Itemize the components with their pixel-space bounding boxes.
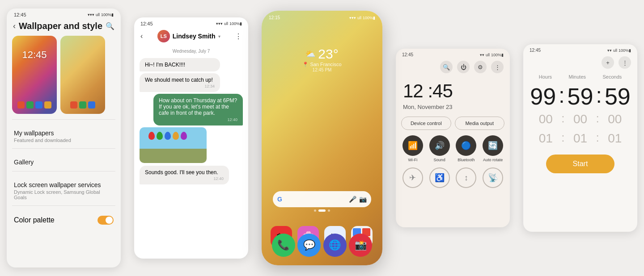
bubble-5: Sounds good. I'll see you then. 12:40	[134, 166, 248, 184]
wallpaper-thumb-left[interactable]: 12:45	[12, 36, 57, 114]
timer-col-minutes: Minutes	[569, 74, 586, 79]
weather-icon: ⛅	[305, 49, 315, 59]
status-icons-1: ▾▾▾ ull 100%▮	[88, 13, 114, 17]
apps-row-left	[17, 101, 51, 109]
timer-after-colon-2: :	[596, 131, 599, 145]
wifi-toggle[interactable]: 📶 Wi-Fi	[401, 135, 424, 162]
search-icon[interactable]: 🔍	[106, 22, 114, 30]
mic-icon[interactable]: 🎤	[349, 196, 356, 203]
app-dot-4	[44, 101, 51, 109]
qs-status-icons: ▾▾ ull 100%▮	[480, 52, 504, 57]
home-city: 📍 San Francisco	[302, 62, 341, 67]
messages-icon[interactable]: 💬	[297, 234, 321, 257]
auto-rotate-circle: 🔄	[483, 135, 503, 156]
bubble-received-1: Hi~! I'm BACK!!!!	[140, 58, 220, 71]
msg-back-icon[interactable]: ‹	[140, 32, 143, 40]
home-battery-icon: 100%▮	[363, 16, 375, 20]
back-icon[interactable]: ‹	[13, 21, 16, 31]
home-weather: ⛅ 23° 📍 San Francisco 12:45 PM	[302, 46, 341, 72]
timer-status-bar: 12:45 ▾▾ ull 100%▮	[523, 44, 637, 54]
timer-main-display: 99 : 59 : 59	[523, 81, 637, 112]
media-output-btn[interactable]: Media output	[455, 117, 505, 130]
qs-time: 12:45	[402, 52, 413, 57]
timer-signal-icon: ull	[613, 48, 617, 53]
bluetooth-toggle-circle: 🔵	[456, 135, 476, 156]
timer-next-minutes: 00	[565, 112, 596, 126]
bluetooth-toggle[interactable]: 🔵 Bluetooth	[455, 135, 478, 162]
wallpaper-top-bar: ‹ Wallpaper and style 🔍	[7, 19, 121, 36]
city-name: San Francisco	[310, 62, 341, 67]
msg-image-4	[140, 127, 207, 163]
start-button[interactable]: Start	[546, 155, 615, 173]
sync-toggle[interactable]: ↕	[455, 167, 478, 188]
gallery-item[interactable]: Gallery	[7, 153, 121, 171]
timer-status-icons: ▾▾ ull 100%▮	[607, 48, 631, 53]
home-search-bar[interactable]: G 🎤 📷	[273, 191, 371, 207]
more-qs-icon[interactable]: ⋮	[491, 61, 504, 73]
timer-top-icons: + ⋮	[523, 54, 637, 72]
contact-avatar: LS	[157, 30, 170, 42]
bubble-sent-3: How about on Thursday at 6PM? If you are…	[153, 94, 243, 125]
lock-screen-label: Lock screen wallpaper services	[14, 181, 114, 188]
timer-add-icon[interactable]: +	[602, 56, 614, 69]
qs-battery-icon: 100%▮	[491, 53, 504, 57]
balloon-purple	[181, 132, 187, 140]
bluetooth-label: Bluetooth	[458, 158, 475, 162]
qs-status-bar: 12:45 ▾▾ ull 100%▮	[396, 49, 510, 59]
sound-toggle[interactable]: 🔊 Sound	[428, 135, 451, 162]
divider-2	[12, 148, 115, 149]
accessibility-circle: ♿	[429, 167, 450, 188]
status-bar-1: 12:45 ▾▾▾ ull 100%▮	[7, 8, 121, 19]
device-control-btn[interactable]: Device control	[401, 117, 451, 130]
divider-4	[12, 205, 115, 206]
lock-screen-sub: Dynamic Lock screen, Samsung Global Goal…	[14, 189, 114, 200]
notifications-toggle[interactable]: 📡	[481, 167, 504, 188]
auto-rotate-toggle[interactable]: 🔄 Auto rotate	[481, 135, 504, 162]
accessibility-toggle[interactable]: ♿	[428, 167, 451, 188]
phone-icon[interactable]: 📞	[272, 234, 295, 257]
timer-colon-2: :	[596, 85, 602, 106]
timer-after-hours: 01	[530, 131, 561, 146]
timer-after-seconds: 01	[599, 131, 631, 146]
msg-text-2: We should meet to catch up!	[145, 77, 213, 83]
sound-toggle-circle: 🔊	[429, 135, 450, 156]
airplane-toggle[interactable]: ✈	[401, 167, 424, 188]
internet-icon[interactable]: 🌐	[323, 234, 347, 257]
timer-more-icon[interactable]: ⋮	[619, 56, 631, 69]
page-dots	[314, 209, 330, 212]
color-palette-item[interactable]: Color palette	[7, 210, 121, 230]
home-temp: 23°	[318, 46, 338, 62]
home-screen: 12:15 ▾▾▾ ull 100%▮ ⛅ 23° 📍 San Francisc…	[262, 11, 382, 265]
search-qs-icon[interactable]: 🔍	[440, 61, 453, 73]
settings-icon[interactable]: ⚙	[474, 61, 487, 73]
msg-time-5: 12:40	[145, 176, 224, 181]
msg-text-5: Sounds good. I'll see you then.	[145, 169, 218, 176]
apps-row-right	[70, 101, 95, 109]
wallpaper-thumb-right[interactable]	[60, 36, 105, 114]
wallpaper-preview: 12:45	[7, 36, 121, 119]
contact-name: Lindsey Smith	[173, 33, 216, 40]
more-icon[interactable]: ⋮	[235, 32, 242, 41]
camera-dock-icon[interactable]: 📸	[349, 234, 372, 257]
color-palette-toggle[interactable]	[97, 216, 114, 225]
timer-after-colon-1: :	[561, 131, 564, 145]
qs-icons-row: 🔍 ⏻ ⚙ ⋮	[396, 59, 510, 76]
bubble-received-5: Sounds good. I'll see you then. 12:40	[140, 166, 229, 184]
timer-wifi-icon: ▾▾	[607, 48, 612, 53]
timer-colon-1: :	[559, 85, 564, 106]
signal-icon: ull	[96, 13, 100, 17]
msg-wifi-icon: ▾▾▾	[216, 21, 223, 26]
qs-date: Mon, November 23	[396, 104, 510, 115]
my-wallpapers-item[interactable]: My wallpapers Featured and downloaded	[7, 124, 121, 148]
power-icon[interactable]: ⏻	[457, 61, 470, 73]
msg-contact[interactable]: LS Lindsey Smith ▾	[157, 30, 220, 42]
camera-icon[interactable]: 📷	[359, 196, 367, 203]
home-time: 12:15	[269, 15, 280, 20]
divider-1	[12, 119, 115, 120]
messages-panel: 12:45 ▾▾▾ ull 100%▮ ‹ LS Lindsey Smith ▾…	[134, 17, 248, 259]
msg-status-bar: 12:45 ▾▾▾ ull 100%▮	[134, 17, 248, 28]
timer-panel: 12:45 ▾▾ ull 100%▮ + ⋮ Hours Minutes Sec…	[523, 44, 637, 232]
msg-date: Wednesday, July 7	[134, 46, 248, 56]
bubble-received-2: We should meet to catch up! 12:34	[140, 73, 220, 92]
lock-screen-item[interactable]: Lock screen wallpaper services Dynamic L…	[7, 176, 121, 205]
